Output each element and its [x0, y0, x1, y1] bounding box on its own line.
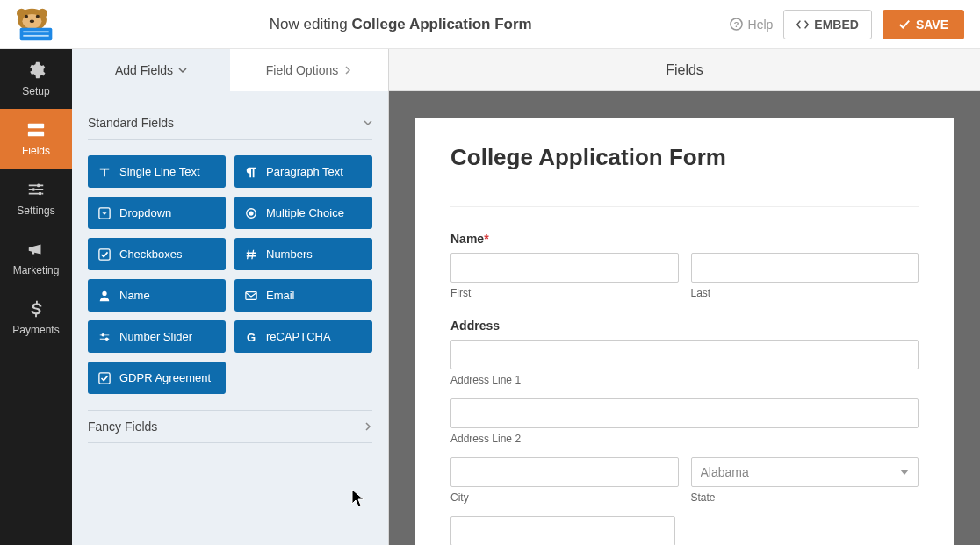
- state-sublabel: State: [691, 491, 919, 504]
- envelope-icon: [245, 290, 257, 302]
- svg-point-4: [25, 14, 28, 18]
- main-layout: Setup Fields Settings Marketing Payments…: [0, 49, 980, 545]
- preview-body: College Application Form Name* First Las…: [389, 91, 980, 545]
- field-recaptcha[interactable]: GreCAPTCHA: [234, 320, 372, 353]
- svg-point-15: [32, 188, 35, 191]
- svg-point-6: [30, 19, 35, 23]
- help-link[interactable]: ? Help: [730, 18, 774, 32]
- last-sublabel: Last: [691, 287, 919, 299]
- svg-rect-13: [28, 132, 44, 137]
- bullhorn-icon: [26, 240, 46, 259]
- svg-point-21: [102, 290, 106, 295]
- text-icon: [98, 166, 111, 178]
- save-button[interactable]: SAVE: [883, 10, 964, 39]
- nav-payments[interactable]: Payments: [0, 288, 72, 348]
- app-logo: [0, 0, 72, 49]
- preview-wrap: Fields College Application Form Name* Fi…: [389, 49, 980, 545]
- field-numbers[interactable]: Numbers: [234, 238, 372, 270]
- last-name-input[interactable]: [691, 253, 919, 283]
- tab-field-options[interactable]: Field Options: [230, 49, 388, 91]
- embed-button[interactable]: EMBED: [783, 10, 872, 39]
- section-standard-fields[interactable]: Standard Fields: [88, 107, 372, 140]
- svg-rect-12: [28, 124, 44, 129]
- field-name-group[interactable]: Name* First Last: [450, 232, 919, 299]
- bear-logo-icon: [11, 5, 61, 44]
- field-email[interactable]: Email: [234, 279, 372, 312]
- sliders-icon: [26, 180, 46, 199]
- address-line1-input[interactable]: [450, 340, 919, 369]
- svg-point-24: [105, 337, 109, 341]
- paragraph-icon: [245, 166, 257, 178]
- nav-marketing[interactable]: Marketing: [0, 228, 72, 288]
- nav-payments-label: Payments: [12, 324, 59, 336]
- state-select[interactable]: Alabama: [691, 457, 919, 487]
- nav-settings-label: Settings: [17, 204, 54, 217]
- fields-icon: [26, 120, 46, 140]
- editing-prefix: Now editing: [270, 16, 352, 32]
- field-checkboxes[interactable]: Checkboxes: [88, 238, 226, 270]
- addr1-sublabel: Address Line 1: [450, 374, 919, 386]
- chevron-down-icon: [364, 118, 372, 127]
- checkbox-icon: [98, 372, 111, 384]
- svg-rect-22: [246, 291, 256, 299]
- zip-input[interactable]: [450, 516, 675, 545]
- nav-setup-label: Setup: [22, 85, 49, 97]
- gear-icon: [26, 61, 46, 80]
- preview-card: College Application Form Name* First Las…: [415, 118, 954, 545]
- svg-point-19: [249, 211, 253, 215]
- form-name: College Application Form: [351, 16, 531, 32]
- svg-rect-20: [99, 248, 110, 259]
- side-nav: Setup Fields Settings Marketing Payments: [0, 49, 72, 545]
- radio-icon: [245, 207, 257, 219]
- required-asterisk: *: [484, 232, 488, 246]
- nav-marketing-label: Marketing: [13, 264, 60, 276]
- form-title: College Application Form: [450, 144, 919, 171]
- divider: [450, 206, 919, 207]
- code-icon: [796, 18, 809, 31]
- svg-rect-25: [99, 372, 110, 383]
- svg-rect-7: [20, 27, 53, 40]
- editing-title: Now editing College Application Form: [72, 16, 730, 33]
- nav-fields[interactable]: Fields: [0, 109, 72, 169]
- section-fancy-fields[interactable]: Fancy Fields: [88, 410, 372, 443]
- svg-rect-9: [23, 34, 48, 36]
- user-icon: [98, 290, 111, 302]
- first-sublabel: First: [450, 287, 679, 299]
- first-name-input[interactable]: [450, 253, 679, 283]
- svg-point-14: [37, 184, 40, 188]
- svg-point-5: [36, 14, 40, 18]
- caret-down-square-icon: [98, 207, 111, 219]
- svg-text:?: ?: [733, 20, 739, 29]
- svg-point-23: [102, 333, 105, 337]
- fields-panel: Add Fields Field Options Standard Fields…: [72, 49, 389, 545]
- topbar-actions: ? Help EMBED SAVE: [730, 10, 980, 39]
- nav-settings[interactable]: Settings: [0, 169, 72, 228]
- hash-icon: [245, 248, 257, 261]
- field-single-line-text[interactable]: Single Line Text: [88, 155, 226, 188]
- google-icon: G: [245, 331, 257, 343]
- checkbox-icon: [98, 248, 111, 261]
- chevron-right-icon: [364, 422, 372, 431]
- address-line2-input[interactable]: [450, 398, 919, 428]
- check-icon: [898, 18, 911, 31]
- help-icon: ?: [730, 18, 743, 31]
- field-address-group[interactable]: Address Address Line 1 Address Line 2 Ci…: [450, 319, 919, 545]
- city-input[interactable]: [450, 457, 679, 487]
- sliders-icon: [98, 331, 111, 343]
- svg-point-16: [39, 192, 42, 196]
- name-label: Name*: [450, 232, 919, 246]
- field-number-slider[interactable]: Number Slider: [88, 320, 226, 353]
- city-sublabel: City: [450, 491, 679, 504]
- field-paragraph-text[interactable]: Paragraph Text: [234, 155, 372, 188]
- top-bar: Now editing College Application Form ? H…: [0, 0, 980, 49]
- nav-setup[interactable]: Setup: [0, 49, 72, 109]
- field-dropdown[interactable]: Dropdown: [88, 197, 226, 229]
- panel-body: Standard Fields Single Line Text Paragra…: [72, 91, 388, 459]
- tab-add-fields[interactable]: Add Fields: [72, 49, 230, 91]
- standard-fields-grid: Single Line Text Paragraph Text Dropdown…: [88, 140, 372, 410]
- nav-fields-label: Fields: [22, 145, 50, 157]
- chevron-down-icon: [178, 66, 187, 75]
- field-multiple-choice[interactable]: Multiple Choice: [234, 197, 372, 229]
- field-gdpr-agreement[interactable]: GDPR Agreement: [88, 362, 226, 394]
- field-name[interactable]: Name: [88, 279, 226, 312]
